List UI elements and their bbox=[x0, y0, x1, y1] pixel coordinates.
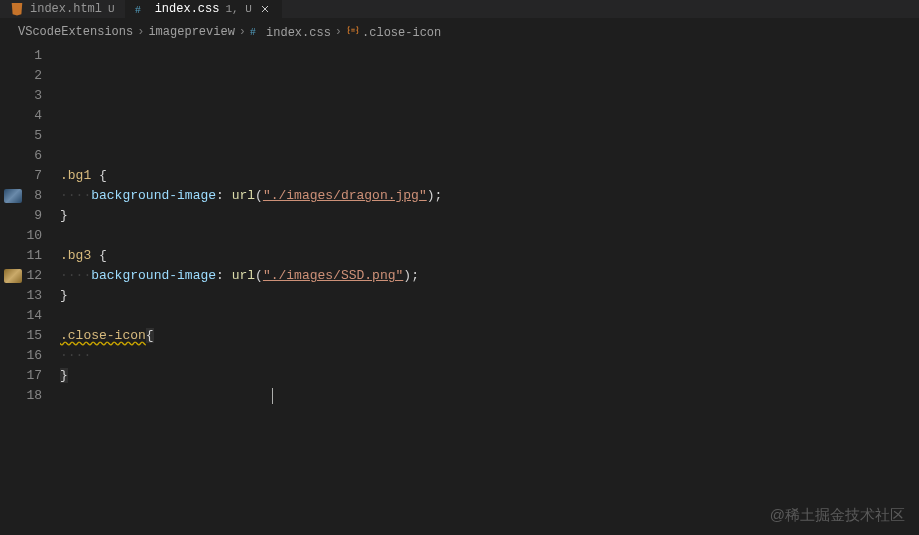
code-line: .bg1 { bbox=[60, 166, 919, 186]
line-number: 11 bbox=[0, 246, 42, 266]
breadcrumb-item[interactable]: #index.css bbox=[250, 24, 331, 40]
line-number: 15 bbox=[0, 326, 42, 346]
code-line: ····background-image: url("./images/drag… bbox=[60, 186, 919, 206]
code-line bbox=[60, 66, 919, 86]
line-number: 9 bbox=[0, 206, 42, 226]
breadcrumb: VScodeExtensions › imagepreview › #index… bbox=[0, 18, 919, 46]
chevron-right-icon: › bbox=[335, 25, 342, 39]
code-line bbox=[60, 126, 919, 146]
css-icon: # bbox=[135, 2, 149, 16]
close-icon[interactable] bbox=[258, 2, 272, 16]
editor: 1 2 3 4 5 6 7 8 9 10 11 12 13 14 15 16 1… bbox=[0, 46, 919, 535]
svg-text:#: # bbox=[135, 3, 141, 15]
line-number: 7 bbox=[0, 166, 42, 186]
tab-badge: 1, U bbox=[225, 3, 251, 15]
tab-bar: index.html U # index.css 1, U bbox=[0, 0, 919, 18]
image-preview-ssd[interactable] bbox=[4, 269, 22, 283]
code-line: ···· bbox=[60, 346, 919, 366]
line-number-gutter: 1 2 3 4 5 6 7 8 9 10 11 12 13 14 15 16 1… bbox=[0, 46, 60, 535]
code-line bbox=[60, 106, 919, 126]
line-number: 14 bbox=[0, 306, 42, 326]
line-number: 6 bbox=[0, 146, 42, 166]
code-line bbox=[60, 146, 919, 166]
code-line bbox=[60, 46, 919, 66]
chevron-right-icon: › bbox=[239, 25, 246, 39]
code-line bbox=[60, 226, 919, 246]
line-number: 16 bbox=[0, 346, 42, 366]
tab-index-css[interactable]: # index.css 1, U bbox=[125, 0, 282, 18]
svg-text:#: # bbox=[250, 25, 256, 37]
code-line bbox=[60, 306, 919, 326]
chevron-right-icon: › bbox=[137, 25, 144, 39]
line-number: 13 bbox=[0, 286, 42, 306]
breadcrumb-item[interactable]: .close-icon bbox=[346, 24, 441, 40]
line-number: 18 bbox=[0, 386, 42, 406]
tab-label: index.css bbox=[155, 2, 220, 16]
line-number: 3 bbox=[0, 86, 42, 106]
code-line: } bbox=[60, 286, 919, 306]
watermark: @稀土掘金技术社区 bbox=[770, 506, 905, 525]
tab-index-html[interactable]: index.html U bbox=[0, 0, 125, 18]
css-icon: # bbox=[250, 24, 264, 38]
line-number: 10 bbox=[0, 226, 42, 246]
line-number: 4 bbox=[0, 106, 42, 126]
line-number: 17 bbox=[0, 366, 42, 386]
code-line: .bg3 { bbox=[60, 246, 919, 266]
tab-label: index.html bbox=[30, 2, 102, 16]
symbol-icon bbox=[346, 24, 360, 38]
code-line: .close-icon{ bbox=[60, 326, 919, 346]
code-line: } bbox=[60, 206, 919, 226]
breadcrumb-item[interactable]: VScodeExtensions bbox=[18, 25, 133, 39]
code-line: } bbox=[60, 366, 919, 386]
line-number: 5 bbox=[0, 126, 42, 146]
image-preview-dragon[interactable] bbox=[4, 189, 22, 203]
line-number: 1 bbox=[0, 46, 42, 66]
line-number: 2 bbox=[0, 66, 42, 86]
breadcrumb-item[interactable]: imagepreview bbox=[148, 25, 234, 39]
html-icon bbox=[10, 2, 24, 16]
svg-marker-0 bbox=[12, 3, 23, 16]
code-line: ····background-image: url("./images/SSD.… bbox=[60, 266, 919, 286]
tab-badge: U bbox=[108, 3, 115, 15]
code-line bbox=[60, 86, 919, 106]
code-line bbox=[60, 386, 919, 406]
code-area[interactable]: .bg1 { ····background-image: url("./imag… bbox=[60, 46, 919, 535]
